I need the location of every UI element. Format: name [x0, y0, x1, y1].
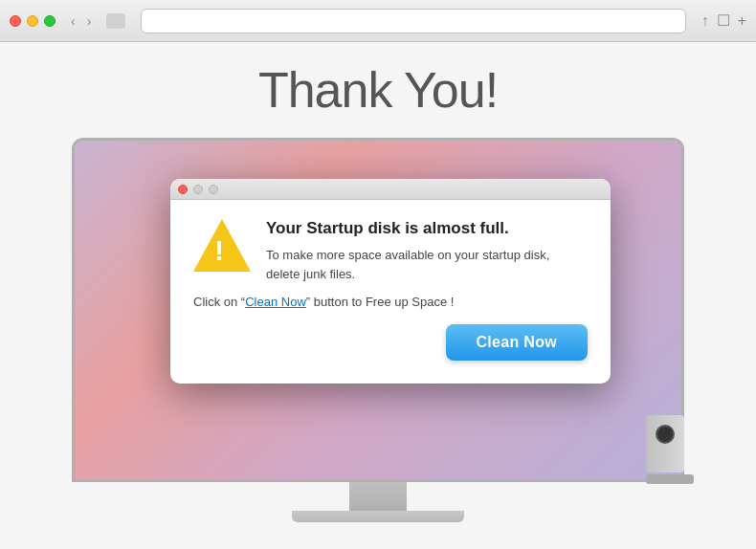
dialog-close-button[interactable]	[178, 185, 188, 194]
dialog-body: Your Startup disk is almost full. To mak…	[170, 200, 611, 384]
add-tab-icon[interactable]: +	[738, 12, 746, 30]
dialog-maximize-button[interactable]	[209, 185, 218, 194]
dialog-minimize-button[interactable]	[193, 185, 203, 194]
dialog-button-row: Clean Now	[193, 324, 588, 361]
close-button[interactable]	[10, 15, 21, 27]
dialog-box: Your Startup disk is almost full. To mak…	[170, 179, 611, 384]
monitor-outer: 2k Your Startup di	[72, 138, 684, 482]
browser-chrome: ‹ › ↑ ☐ +	[0, 0, 756, 42]
monitor-base	[292, 511, 464, 522]
dialog-titlebar	[170, 179, 611, 200]
webcam	[646, 415, 694, 482]
forward-button[interactable]: ›	[83, 11, 96, 31]
address-bar[interactable]	[141, 9, 685, 33]
traffic-lights	[10, 15, 56, 27]
minimize-button[interactable]	[27, 15, 38, 27]
dialog-description: To make more space available on your sta…	[266, 246, 588, 283]
monitor-neck	[349, 482, 407, 511]
clean-now-link[interactable]: Clean Now	[245, 295, 306, 309]
browser-actions: ↑ ☐ +	[701, 11, 746, 30]
warning-triangle	[193, 219, 251, 272]
webcam-body	[646, 415, 684, 472]
webcam-lens	[656, 425, 675, 444]
back-button[interactable]: ‹	[67, 11, 79, 31]
dialog-action-text: Click on “Clean Now” button to Free up S…	[193, 295, 588, 309]
monitor-screen: 2k Your Startup di	[75, 141, 681, 479]
dialog-header-row: Your Startup disk is almost full. To mak…	[193, 219, 588, 283]
dialog-text-section: Your Startup disk is almost full. To mak…	[266, 219, 588, 283]
dialog-title: Your Startup disk is almost full.	[266, 219, 588, 238]
imac-container: 2k Your Startup di	[62, 138, 694, 520]
clean-now-button[interactable]: Clean Now	[446, 324, 589, 361]
tab-icon	[106, 13, 125, 29]
maximize-button[interactable]	[44, 15, 56, 27]
page-content: Thank You! 2k	[0, 42, 756, 549]
new-tab-icon[interactable]: ☐	[717, 11, 730, 30]
webcam-base	[646, 474, 694, 484]
warning-icon	[193, 219, 251, 272]
page-title: Thank You!	[258, 61, 498, 119]
nav-buttons: ‹ ›	[67, 11, 95, 31]
share-icon[interactable]: ↑	[701, 12, 709, 30]
